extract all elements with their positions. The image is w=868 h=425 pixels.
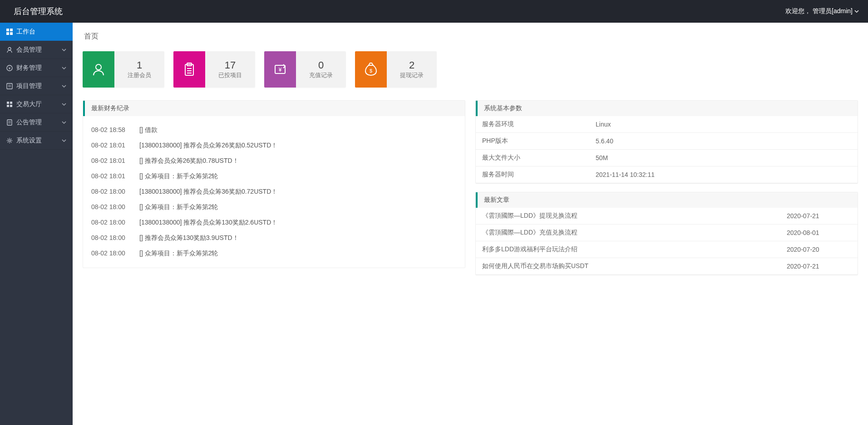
article-title: 《雲頂國際—LDD》充值兑换流程 [476,225,780,241]
stat-info: 1注册会员 [114,51,164,88]
article-row[interactable]: 如何使用人民币在交易市场购买USDT2020-07-21 [476,258,858,275]
article-row[interactable]: 《雲頂國際—LDD》充值兑换流程2020-08-01 [476,225,858,241]
sidebar-item-6[interactable]: 系统设置 [0,132,73,150]
log-text: [] 借款 [139,126,158,134]
svg-rect-10 [7,102,9,104]
sysinfo-row: 最大文件大小50M [476,150,858,166]
log-text: [13800138000] 推荐会员众筹36奖励0.72USTD！ [139,188,277,196]
log-time: 08-02 18:00 [91,188,132,196]
brand-title: 后台管理系统 [14,6,63,17]
svg-point-18 [96,64,101,70]
stat-info: 17已投项目 [205,51,255,88]
chevron-down-icon [62,138,66,143]
finance-panel-title: 最新财务纪录 [83,101,465,116]
stat-value: 1 [137,59,142,71]
article-row[interactable]: 《雲頂國際—LDD》提现兑换流程2020-07-21 [476,208,858,225]
chevron-down-icon [62,66,66,70]
doc-icon [6,119,13,126]
dashboard-icon [6,29,13,35]
log-time: 08-02 18:00 [91,234,132,242]
svg-rect-14 [7,120,12,125]
log-time: 08-02 18:01 [91,157,132,165]
chevron-down-icon [62,84,66,88]
sysinfo-panel-title: 系统基本参数 [476,101,858,116]
sysinfo-key: 服务器时间 [476,166,589,183]
sidebar-item-2[interactable]: ¥财务管理 [0,59,73,77]
stat-label: 注册会员 [128,71,151,79]
grid-icon [6,101,13,107]
stat-label: 已投项目 [218,71,242,79]
log-text: [] 推荐会员众筹130奖励3.9USTD！ [139,234,239,242]
sysinfo-value: 2021-11-14 10:32:11 [589,166,858,183]
log-text: [13800138000] 推荐会员众筹26奖励0.52USTD！ [139,142,277,150]
log-text: [] 众筹项目：新手众筹第2轮 [139,203,218,211]
sidebar-item-5[interactable]: 公告管理 [0,113,73,132]
sidebar-item-label: 公告管理 [16,118,58,127]
sidebar-item-3[interactable]: 项目管理 [0,77,73,95]
chevron-down-icon [854,9,859,14]
finance-log-item: 08-02 18:58[] 借款 [91,122,457,138]
topbar: 后台管理系统 欢迎您， 管理员[admin] [0,0,868,23]
finance-log-list: 08-02 18:58[] 借款08-02 18:01[13800138000]… [91,122,457,261]
article-row[interactable]: 利多多LDD游戏福利平台玩法介绍2020-07-20 [476,241,858,258]
sysinfo-panel: 系统基本参数 服务器环境LinuxPHP版本5.6.40最大文件大小50M服务器… [475,100,858,184]
user-menu[interactable]: 欢迎您， 管理员[admin] [785,7,859,15]
log-text: [] 众筹项目：新手众筹第2轮 [139,172,218,181]
stat-value: 2 [409,59,414,71]
svg-rect-7 [7,83,12,89]
money-icon: ¥ [6,65,13,71]
stat-label: 充值记录 [309,71,333,79]
sidebar-item-label: 会员管理 [16,46,58,54]
svg-rect-12 [7,105,9,107]
sidebar-item-4[interactable]: 交易大厅 [0,95,73,113]
sysinfo-key: 最大文件大小 [476,150,589,166]
finance-log-item: 08-02 18:00[13800138000] 推荐会员众筹36奖励0.72U… [91,184,457,200]
chevron-down-icon [62,102,66,107]
finance-log-item: 08-02 18:00[13800138000] 推荐会员众筹130奖励2.6U… [91,215,457,230]
moneybag-icon: $ [355,51,387,88]
articles-panel-title: 最新文章 [476,192,858,208]
svg-text:¥: ¥ [8,66,11,70]
chevron-down-icon [62,120,66,125]
svg-rect-1 [10,29,13,31]
svg-point-4 [8,47,11,50]
list-icon [6,83,13,89]
log-time: 08-02 18:01 [91,172,132,181]
log-time: 08-02 18:00 [91,203,132,211]
sysinfo-value: Linux [589,116,858,133]
stat-info: 0充值记录 [296,51,346,88]
person-icon [83,51,114,88]
sidebar-item-label: 系统设置 [16,137,58,145]
article-date: 2020-08-01 [780,225,858,241]
finance-panel: 最新财务纪录 08-02 18:58[] 借款08-02 18:01[13800… [83,100,465,268]
stats-row: 1注册会员17已投项目¥0充值记录$2提现记录 [83,51,858,88]
svg-text:$: $ [370,68,372,73]
stat-value: 0 [318,59,324,71]
article-title: 利多多LDD游戏福利平台玩法介绍 [476,241,780,258]
svg-rect-2 [6,32,9,35]
sysinfo-key: 服务器环境 [476,116,589,133]
sysinfo-key: PHP版本 [476,133,589,150]
articles-panel: 最新文章 《雲頂國際—LDD》提现兑换流程2020-07-21《雲頂國際—LDD… [475,192,858,275]
stat-info: 2提现记录 [387,51,437,88]
stat-card-3[interactable]: $2提现记录 [355,51,437,88]
sysinfo-row: 服务器时间2021-11-14 10:32:11 [476,166,858,183]
log-time: 08-02 18:00 [91,219,132,227]
svg-text:¥: ¥ [278,67,282,73]
stat-card-1[interactable]: 17已投项目 [173,51,255,88]
sidebar-item-0[interactable]: 工作台 [0,23,73,41]
stat-card-2[interactable]: ¥0充值记录 [264,51,346,88]
article-date: 2020-07-21 [780,258,858,275]
finance-log-item: 08-02 18:01[] 众筹项目：新手众筹第2轮 [91,169,457,184]
chevron-down-icon [62,48,66,52]
stat-label: 提现记录 [400,71,424,79]
sidebar-item-label: 财务管理 [16,64,58,72]
sidebar-item-1[interactable]: 会员管理 [0,41,73,59]
gear-icon [6,137,13,144]
log-time: 08-02 18:00 [91,249,132,258]
stat-card-0[interactable]: 1注册会员 [83,51,164,88]
sysinfo-value: 5.6.40 [589,133,858,150]
log-text: [] 推荐会员众筹26奖励0.78USTD！ [139,157,239,165]
sysinfo-table: 服务器环境LinuxPHP版本5.6.40最大文件大小50M服务器时间2021-… [476,116,858,183]
svg-rect-11 [10,102,12,104]
